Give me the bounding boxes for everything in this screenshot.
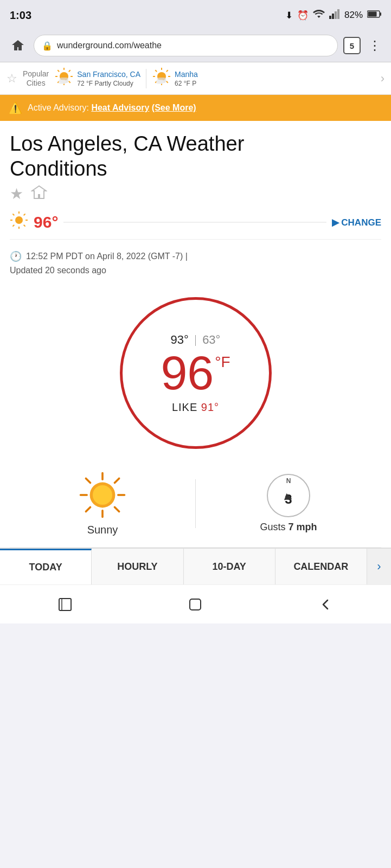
url-text: wunderground.com/weathe [57,41,330,50]
strip-sun-icon [10,211,28,234]
svg-rect-48 [59,599,71,610]
cities-expand-icon[interactable]: › [381,72,384,86]
svg-rect-0 [329,16,331,19]
updated-text: Updated 20 seconds ago [10,266,381,281]
home-button[interactable] [179,588,211,621]
battery-icon [367,10,381,21]
temp-unit: °F [215,355,230,370]
wind-info: N 3 ◄ Gusts 7 mph [201,474,376,533]
hi-temp: 93° [171,333,189,346]
main-content: Los Angeles, CA Weather Conditions ★ [0,121,391,548]
strip-right-label: ▶ CHANGE [332,217,381,228]
svg-rect-5 [380,12,382,16]
status-icons: ⬇ ⏰ 82% [285,9,381,22]
city-item-sf[interactable]: San Francisco, CA 72 °F Partly Cloudy [54,67,140,90]
manhattan-sun-icon [152,67,171,90]
timestamp: 🕐 12:52 PM PDT on April 8, 2022 (GMT -7)… [10,245,381,266]
bookmark-star-icon[interactable]: ☆ [7,72,17,86]
svg-line-34 [12,214,14,216]
browser-bar: 🔒 wunderground.com/weathe 5 ⋮ [0,30,391,62]
city-divider [146,69,146,88]
tabs-more-arrow[interactable]: › [367,549,391,584]
svg-rect-1 [332,14,334,19]
status-time: 1:03 [10,9,31,22]
favorite-star-icon[interactable]: ★ [10,185,23,203]
svg-rect-6 [368,11,377,16]
android-nav-bar [0,584,391,623]
svg-line-24 [166,81,168,83]
clock-icon: 🕐 [10,250,22,262]
weather-condition: Sunny [15,471,190,536]
home-button[interactable] [8,35,28,56]
wind-gust-label: Gusts 7 mph [260,522,317,533]
wifi-icon [313,9,325,22]
feels-like: LIKE 91° [172,401,219,414]
manhattan-city-name: Manha [175,69,198,79]
sf-sun-icon [54,67,74,90]
battery-text: 82% [344,10,363,21]
temp-circle-container: 93° 63° 96°F LIKE 91° [10,281,381,460]
sf-weather: 72 °F Partly Cloudy [77,80,140,87]
city-item-manhattan[interactable]: Manha 62 °F P [152,67,198,90]
tab-count[interactable]: 5 [343,37,361,54]
svg-line-42 [86,479,90,483]
hi-lo-divider [195,335,196,346]
svg-rect-2 [335,11,337,19]
download-icon: ⬇ [285,10,293,21]
svg-line-14 [69,70,70,72]
svg-point-29 [15,216,23,224]
title-action-icons: ★ [10,184,381,203]
lock-icon: 🔒 [42,41,53,51]
status-bar: 1:03 ⬇ ⏰ 82% [0,0,391,30]
condition-label: Sunny [87,524,118,536]
weather-info-row: Sunny N 3 ◄ Gusts 7 mph [10,460,381,548]
svg-point-47 [93,485,112,505]
svg-rect-50 [190,599,201,610]
timestamp-text: 12:52 PM PDT on April 8, 2022 (GMT -7) | [26,252,188,261]
wind-compass: N 3 ◄ [267,474,310,517]
svg-line-13 [69,81,70,83]
sunny-icon [78,471,127,519]
tab-10day[interactable]: 10-DAY [184,549,275,584]
heat-advisory-link[interactable]: Heat Advisory [91,103,149,112]
page-title: Los Angeles, CA Weather Conditions [10,132,381,181]
hi-lo-display: 93° 63° [171,333,221,347]
main-temp-value: 96 [161,349,214,397]
more-menu-button[interactable]: ⋮ [366,36,383,55]
city-bar: ☆ PopularCities San Francis [0,62,391,95]
svg-line-23 [155,70,157,72]
back-button[interactable] [310,588,342,621]
strip-divider [63,222,326,223]
popular-cities-label: PopularCities [23,69,49,88]
svg-line-45 [86,507,90,512]
tab-calendar[interactable]: CALENDAR [275,549,367,584]
svg-line-43 [115,507,119,512]
wind-speed-value: 7 mph [289,522,317,532]
lo-temp: 63° [202,333,220,346]
svg-rect-3 [337,9,339,19]
advisory-text: Active Advisory: Heat Advisory (See More… [28,103,196,113]
feels-like-value: 91° [201,401,219,413]
manhattan-weather: 62 °F P [175,80,198,87]
warning-icon: ⚠️ [9,101,22,114]
alarm-icon: ⏰ [297,10,309,21]
svg-line-12 [58,70,60,72]
see-more-link[interactable]: (See More) [152,103,196,112]
svg-rect-28 [156,80,164,84]
temp-strip: 96° ▶ CHANGE [10,208,381,240]
svg-line-37 [12,225,14,227]
wind-north-label: N [286,477,291,485]
info-divider [195,479,196,528]
advisory-banner: ⚠️ Active Advisory: Heat Advisory (See M… [0,95,391,121]
strip-temp: 96° [34,213,58,232]
set-home-icon[interactable] [31,184,47,203]
url-bar[interactable]: 🔒 wunderground.com/weathe [34,35,338,56]
tab-today[interactable]: TODAY [0,549,92,584]
recent-apps-button[interactable] [49,588,81,621]
sf-city-name: San Francisco, CA [77,69,140,79]
svg-line-36 [24,214,25,216]
signal-bars [329,9,340,22]
svg-rect-17 [59,80,66,84]
wind-arrow-icon: ◄ [280,490,296,507]
tab-hourly[interactable]: HOURLY [92,549,183,584]
